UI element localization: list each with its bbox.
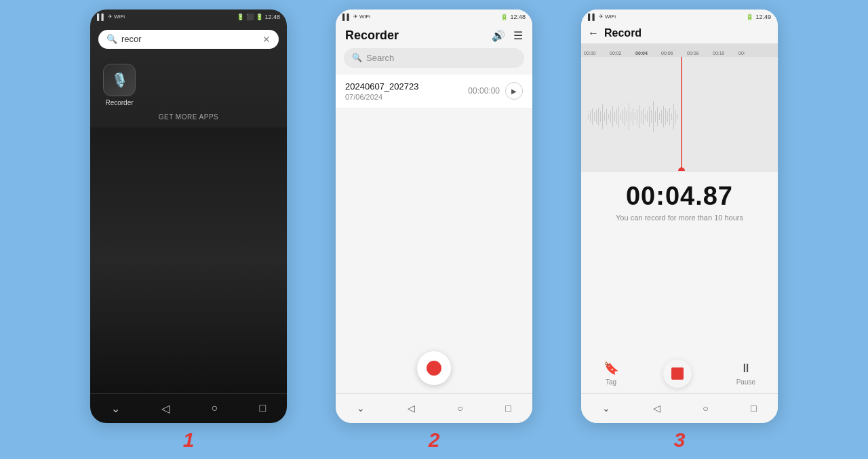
timeline-mark-6: 00: xyxy=(738,51,745,56)
record-controls: 🔖 Tag ⏸ Pause xyxy=(581,353,778,393)
bottom-nav-1: ⌄ ◁ ○ □ xyxy=(90,393,287,423)
wifi-icon: ✈ WiFi xyxy=(108,14,125,20)
svg-rect-8 xyxy=(604,113,605,121)
nav-back-2[interactable]: ◁ xyxy=(408,403,415,414)
svg-rect-25 xyxy=(639,105,639,128)
battery-icon-3: 🔋 xyxy=(746,14,753,20)
nav-down-3[interactable]: ⌄ xyxy=(602,403,610,414)
nav-down-icon[interactable]: ⌄ xyxy=(111,402,120,415)
signal-icon: ▌▌ xyxy=(97,14,106,20)
svg-rect-0 xyxy=(588,114,589,119)
status-left-1: ▌▌ ✈ WiFi xyxy=(97,14,125,20)
svg-rect-29 xyxy=(647,111,648,122)
screen1-container: ▌▌ ✈ WiFi 🔋 ⬛ 🔋 12:48 🔍 recor ✕ xyxy=(77,9,300,450)
svg-rect-5 xyxy=(598,108,599,125)
nav-home-3[interactable]: ○ xyxy=(703,403,708,414)
wifi-icon-2: ✈ WiFi xyxy=(353,14,370,20)
svg-rect-24 xyxy=(637,109,637,124)
header-icons: 🔊 ☰ xyxy=(492,29,523,42)
svg-rect-38 xyxy=(665,108,666,125)
timeline-mark-1: 00:02 xyxy=(610,51,622,56)
bottom-nav-3: ⌄ ◁ ○ □ xyxy=(581,393,778,423)
svg-rect-39 xyxy=(667,111,668,122)
nav-recents-3[interactable]: □ xyxy=(751,403,756,414)
status-right-1: 🔋 ⬛ 🔋 12:48 xyxy=(237,14,280,20)
svg-rect-7 xyxy=(602,104,603,129)
stop-icon xyxy=(671,367,684,380)
record-title: Record xyxy=(604,27,642,39)
app-result[interactable]: 🎙️ Recorder xyxy=(90,54,138,106)
svg-rect-42 xyxy=(673,104,674,129)
svg-rect-43 xyxy=(675,110,676,123)
timer-subtext: You can record for more than 10 hours xyxy=(581,214,778,222)
svg-rect-21 xyxy=(631,113,631,121)
battery-icon: 🔋 xyxy=(237,14,244,20)
svg-rect-19 xyxy=(627,111,627,122)
clear-icon[interactable]: ✕ xyxy=(262,34,271,45)
play-button[interactable]: ▶ xyxy=(505,82,523,100)
svg-rect-35 xyxy=(659,113,660,120)
status-left-3: ▌▌ ✈ WiFi xyxy=(588,14,616,20)
status-left-2: ▌▌ ✈ WiFi xyxy=(342,14,370,20)
get-more-apps-label[interactable]: GET MORE APPS xyxy=(90,106,287,127)
nav-home-2[interactable]: ○ xyxy=(457,403,462,414)
svg-rect-22 xyxy=(633,108,633,125)
timeline-mark-2: 00:04 xyxy=(635,51,648,56)
search-box[interactable]: 🔍 Search xyxy=(344,48,524,68)
blur-area xyxy=(90,127,287,393)
timeline-mark-0: 00:00 xyxy=(584,51,596,56)
back-icon[interactable]: ← xyxy=(588,27,599,39)
nav-down-2[interactable]: ⌄ xyxy=(357,403,365,414)
svg-rect-31 xyxy=(651,110,652,123)
recording-date: 07/06/2024 xyxy=(345,93,418,101)
svg-rect-3 xyxy=(594,113,595,121)
svg-rect-27 xyxy=(643,108,644,125)
svg-rect-9 xyxy=(606,108,607,125)
recording-item[interactable]: 20240607_202723 07/06/2024 00:00:00 ▶ xyxy=(336,75,532,108)
svg-rect-26 xyxy=(641,111,642,123)
search-input-text[interactable]: recor xyxy=(121,34,258,44)
svg-rect-4 xyxy=(596,110,597,123)
svg-rect-12 xyxy=(612,106,613,127)
nav-back-3[interactable]: ◁ xyxy=(653,403,660,414)
status-bar-3: ▌▌ ✈ WiFi 🔋 12:49 xyxy=(581,9,778,24)
clock-1: ⬛ 🔋 12:48 xyxy=(246,14,280,20)
svg-rect-33 xyxy=(655,111,656,122)
search-bar[interactable]: 🔍 recor ✕ xyxy=(98,30,279,49)
svg-rect-18 xyxy=(625,107,625,126)
volume-icon[interactable]: 🔊 xyxy=(492,29,505,42)
timeline-mark-4: 00:08 xyxy=(687,51,699,56)
battery-icon-2: 🔋 xyxy=(500,14,508,20)
nav-home-icon[interactable]: ○ xyxy=(212,402,218,414)
waveform-area: 00:00 00:02 00:04 00:06 00:08 00:10 00: xyxy=(581,43,778,172)
menu-icon[interactable]: ☰ xyxy=(513,29,523,42)
tag-button[interactable]: 🔖 Tag xyxy=(604,361,618,386)
stop-button[interactable] xyxy=(663,359,692,388)
nav-recents-2[interactable]: □ xyxy=(505,403,511,414)
waveform-svg xyxy=(581,57,778,171)
nav-recents-icon[interactable]: □ xyxy=(260,402,267,414)
recording-time: 00:00:00 xyxy=(468,86,500,96)
svg-rect-40 xyxy=(669,108,670,125)
clock-3: 12:49 xyxy=(755,14,771,20)
screen2: ▌▌ ✈ WiFi 🔋 12:48 Recorder 🔊 ☰ 🔍 Sea xyxy=(336,9,532,423)
step-number-3: 3 xyxy=(674,430,686,450)
step-number-1: 1 xyxy=(183,430,195,450)
svg-rect-30 xyxy=(649,106,650,127)
pause-button[interactable]: ⏸ Pause xyxy=(736,361,755,386)
svg-rect-11 xyxy=(610,111,611,123)
pause-label: Pause xyxy=(736,378,755,386)
svg-rect-41 xyxy=(671,113,672,120)
svg-rect-2 xyxy=(592,108,593,125)
timer-display: 00:04.87 xyxy=(581,172,778,214)
svg-rect-17 xyxy=(623,110,623,123)
nav-back-icon[interactable]: ◁ xyxy=(161,402,170,415)
svg-rect-13 xyxy=(614,112,615,121)
svg-rect-44 xyxy=(677,114,678,119)
clock-2: 12:48 xyxy=(510,14,526,20)
tag-icon: 🔖 xyxy=(604,361,618,376)
pause-icon: ⏸ xyxy=(740,361,752,376)
wifi-icon-3: ✈ WiFi xyxy=(599,14,616,20)
record-fab[interactable] xyxy=(417,351,451,385)
search-icon: 🔍 xyxy=(106,34,117,44)
